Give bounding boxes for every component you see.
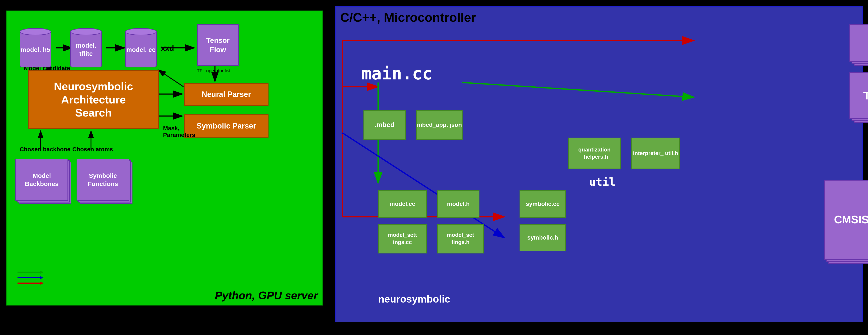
symbolic-cc-label: symbolic.cc <box>526 200 560 208</box>
model-cc-right-box: model.cc <box>378 190 427 217</box>
blue-arrow-legend <box>18 277 43 278</box>
svg-line-10 <box>158 70 184 87</box>
legend-green <box>18 272 43 273</box>
main-container: model. h5 model. tflite model. cc xxd Te… <box>0 0 868 335</box>
tensorflow-box: Tensor Flow <box>197 24 239 66</box>
model-h5-label: model. h5 <box>20 32 51 67</box>
tensorflow-label: Tensor Flow <box>198 36 238 54</box>
symbolic-cc-box: symbolic.cc <box>520 190 566 217</box>
right-panel-title: C/C++, Microcontroller <box>340 10 476 25</box>
model-settings-cc-box: model_sett ings.cc <box>378 224 427 254</box>
symbolic-h-label: symbolic.h <box>527 234 558 241</box>
quantization-helpers-label: quantization _helpers.h <box>569 146 620 161</box>
cyl-top-3 <box>125 28 157 35</box>
svg-line-24 <box>342 133 504 238</box>
cyl-top-2 <box>70 28 102 35</box>
tflite-micro-label: TensorFlow Lite Micro <box>863 89 868 102</box>
legend-blue <box>18 277 43 278</box>
interpreter-util-label: interpreter_ util.h <box>633 150 678 157</box>
model-cc-right-label: model.cc <box>390 200 415 208</box>
cmsis-dsp-label: CMSIS DSP <box>834 212 868 227</box>
tfl-label: TFL operator list <box>197 68 230 73</box>
left-panel: model. h5 model. tflite model. cc xxd Te… <box>6 10 323 305</box>
mbed-app-json-box: mbed_app. json <box>416 110 463 140</box>
legend <box>18 272 43 284</box>
green-arrow-legend <box>18 272 43 273</box>
python-gpu-label: Python, GPU server <box>215 289 318 302</box>
model-tflite-label: model. tflite <box>70 32 102 67</box>
model-h5-cylinder: model. h5 <box>20 28 51 67</box>
model-backbones-label: Model Backbones <box>16 171 67 188</box>
quantization-helpers-box: quantization _helpers.h <box>568 138 621 169</box>
symbolic-functions-label: Symbolic Functions <box>77 171 129 188</box>
interpreter-util-box: interpreter_ util.h <box>631 138 680 169</box>
chosen-atoms-label: Chosen atoms <box>72 146 113 153</box>
model-cc-cylinder: model. cc <box>125 28 157 67</box>
model-settings-cc-label: model_sett ings.cc <box>379 232 426 246</box>
xxd-label: xxd <box>161 44 174 53</box>
neurosymbolic-label: neurosymbolic <box>378 293 450 305</box>
model-cc-label: model. cc <box>125 32 157 67</box>
symbolic-h-box: symbolic.h <box>520 224 566 252</box>
mbed-app-json-label: mbed_app. json <box>417 121 462 129</box>
neural-parser-label: Neural Parser <box>202 90 251 99</box>
chosen-backbone-label: Chosen backbone <box>20 146 70 153</box>
model-h-box: model.h <box>437 190 479 217</box>
cyl-top <box>20 28 51 35</box>
model-tflite-cylinder: model. tflite <box>70 28 102 67</box>
legend-red <box>18 282 43 284</box>
svg-line-22 <box>462 82 694 97</box>
nas-label: NeurosymbolicArchitectureSearch <box>54 80 133 119</box>
main-cc-text: main.cc <box>361 64 432 83</box>
util-label: util <box>589 175 616 188</box>
symbolic-parser-label: Symbolic Parser <box>196 122 256 130</box>
nas-box: NeurosymbolicArchitectureSearch <box>28 70 159 129</box>
left-panel-arrows <box>7 11 322 305</box>
symbolic-parser-box: Symbolic Parser <box>184 114 269 138</box>
model-h-label: model.h <box>447 200 469 208</box>
right-panel: C/C++, Microcontroller Mbed RTOS TensorF… <box>335 6 863 322</box>
red-arrow-legend <box>18 282 43 284</box>
model-settings-h-box: model_set tings.h <box>437 224 484 254</box>
model-settings-h-label: model_set tings.h <box>438 232 483 246</box>
mask-parameters-label: Mask,Parameters <box>163 125 195 138</box>
neural-parser-box: Neural Parser <box>184 83 269 106</box>
mbed-box: .mbed <box>364 110 406 140</box>
mbed-label: .mbed <box>375 121 395 129</box>
